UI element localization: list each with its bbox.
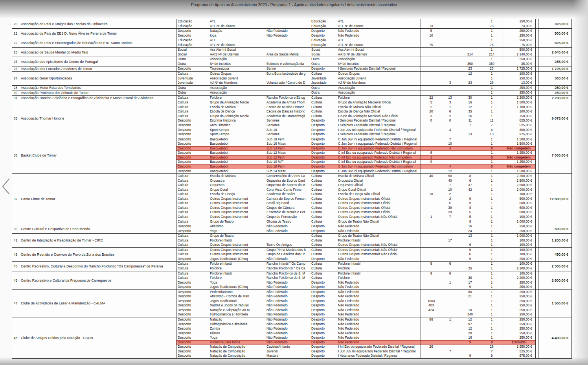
count-col3-cell: 12 [459, 326, 481, 331]
activity-cell: Sport Kempo [209, 128, 266, 133]
activity-detail-cell: Não Federado [266, 331, 310, 336]
activity-cell: Sport Kempo [209, 132, 266, 137]
count-col2-cell: 20 [441, 210, 459, 215]
classification-cell: I Jun Juv Ini equiparado Federado Distri… [335, 128, 421, 133]
activity-detail-cell: Não Federado [266, 308, 310, 313]
count-col1-cell [421, 266, 441, 271]
activity-line: EducaçãoATLEducaçãoATL1250,00 € [176, 19, 535, 24]
classification-cell: Outros Grupos Instrumentais Não Oficial [335, 215, 421, 219]
count-col4-cell: 1 [481, 169, 502, 174]
row-number-cell: 20 [12, 19, 19, 28]
activity-detail-cell: Juvenis [266, 349, 310, 354]
count-col4-cell: 26 [481, 81, 502, 85]
category-cell: Cultura [176, 197, 209, 201]
classification-cell: ATL [335, 38, 421, 43]
count-col4-cell: 1 [481, 312, 502, 317]
row-number-cell: 37 [12, 174, 19, 224]
category-confirm-cell: Cultura [310, 114, 335, 119]
unit-amount-cell: 600,00 € [502, 210, 535, 215]
category-confirm-cell: Cultura [310, 210, 335, 215]
count-col1-cell: 1 [421, 215, 441, 219]
activity-line: CulturaGrupo da Animação MedieAcademia d… [176, 114, 535, 119]
activity-lines: CulturaOutros Grupos InstrumentGrupo Pé … [176, 248, 536, 262]
count-col2-cell [441, 33, 459, 38]
total-amount-cell: 1 500,00 € [538, 290, 571, 317]
category-confirm-cell: Educação [310, 19, 335, 24]
count-col3-cell [459, 24, 481, 29]
activity-detail-cell: Não Federado [266, 33, 310, 38]
count-col1-cell [421, 164, 441, 169]
count-col3-cell: 9 [459, 201, 481, 206]
count-col2-cell [441, 290, 459, 295]
category-confirm-cell: Desporto [310, 160, 335, 164]
association-name-cell: Canto Firme de Tomar [19, 174, 176, 224]
unit-amount-cell: 250,00 € [502, 257, 535, 262]
activity-cell: Basquetebol [209, 137, 266, 142]
category-cell: Desporto [176, 303, 209, 308]
count-col1-cell: 6 [421, 151, 441, 155]
count-col2-cell [441, 336, 459, 340]
count-col4-cell: 1 [481, 262, 502, 266]
category-confirm-cell: Cultura [310, 192, 335, 197]
activity-cell: Ginástica para todos [209, 340, 266, 345]
category-confirm-cell: Desporto [310, 29, 335, 33]
table-row-group: 23Associação de Saúde Mental do Médio Te… [12, 47, 571, 57]
activity-detail-cell [266, 86, 310, 90]
count-col4-cell: 23 [481, 66, 502, 71]
count-col4-cell: 1 [481, 183, 502, 188]
unit-amount-cell: Não competem [502, 155, 535, 160]
classification-cell: Não Federado [335, 317, 421, 322]
unit-amount-cell: 525,00 € [502, 349, 535, 354]
classification-cell: Folclore Infantil [335, 271, 421, 276]
activity-detail-cell: Seniores [266, 118, 310, 123]
chevron-left-icon[interactable] [1, 177, 11, 195]
activity-detail-cell: Coro Misto Canto Firme [266, 188, 310, 192]
classification-cell: Outros Grupos Instrumentais Oficial [335, 210, 421, 215]
unit-amount-cell: 1 500,00 € [502, 169, 535, 174]
unit-amount-cell: 2 140,00 € [502, 52, 535, 57]
category-confirm-cell: Desporto [310, 322, 335, 327]
category-cell: Juventude [176, 76, 209, 81]
activity-line: DesportoEsgrima HistoricaSenioresDesport… [176, 118, 535, 123]
classification-cell: Não Federado [335, 224, 421, 229]
unit-amount-cell: 100,00 € [502, 262, 535, 266]
total-amount-cell: 250,00 € [538, 86, 571, 90]
count-col2-cell [441, 285, 459, 289]
unit-amount-cell: 250,00 € [502, 308, 535, 313]
category-cell: Desporto [176, 146, 209, 151]
activity-cell: Natação [209, 29, 266, 33]
classification-cell: Não Federado [335, 29, 421, 33]
unit-amount-cell: 100,00 € [502, 72, 535, 76]
classification-cell: I Séniores Federado Distrital / Regional [335, 132, 421, 137]
count-col4-cell: 1 [481, 72, 502, 76]
classification-cell: Grupo Coral Oficial [335, 188, 421, 192]
table-row-group: 21Associação de Pais da EB1 D. Nuno Álva… [12, 28, 571, 38]
activity-line: DesportoBasquetebolSub 16 MascDesportoC … [176, 142, 535, 146]
activity-line: CulturaOutros Grupos InstrumentEnsemble … [176, 210, 535, 215]
unit-amount-cell: 250,00 € [502, 19, 535, 24]
classification-cell: Folclore [335, 276, 421, 280]
activity-cell: Folclore Infantil [209, 262, 266, 266]
count-col1-cell: 86 [421, 317, 441, 322]
activity-cell: Associação [209, 90, 266, 95]
category-confirm-cell: Desporto [310, 312, 335, 317]
activity-detail-cell: Rancho Folclórico " Os Ca [266, 266, 310, 271]
unit-amount-cell: 250,00 € [502, 224, 535, 229]
activity-detail-cell [266, 57, 310, 62]
classification-cell: AAIS Nº de Utentes [335, 52, 421, 57]
count-col4-cell: 7 [481, 349, 502, 354]
total-amount-cell: 285,00 € [538, 57, 571, 66]
count-col3-cell: 17 [459, 280, 481, 285]
unit-amount-cell: 2 200,00 € [502, 174, 535, 179]
category-confirm-cell: Desporto [310, 169, 335, 174]
classification-cell: Não Federado [335, 257, 421, 262]
activity-lines: DesportoAtletismoNão FederadoDesportoNão… [176, 224, 536, 233]
classification-cell: ATL Nº de alunos [335, 43, 421, 48]
category-confirm-cell: Desporto [310, 224, 335, 229]
count-col4-cell: 1 [481, 294, 502, 299]
row-number-cell: 36 [12, 137, 19, 173]
row-number-cell: 30 [12, 90, 19, 95]
row-number-cell: 21 [12, 29, 19, 38]
category-confirm-cell: Outra [310, 57, 335, 62]
classification-cell: Não Federado [335, 303, 421, 308]
